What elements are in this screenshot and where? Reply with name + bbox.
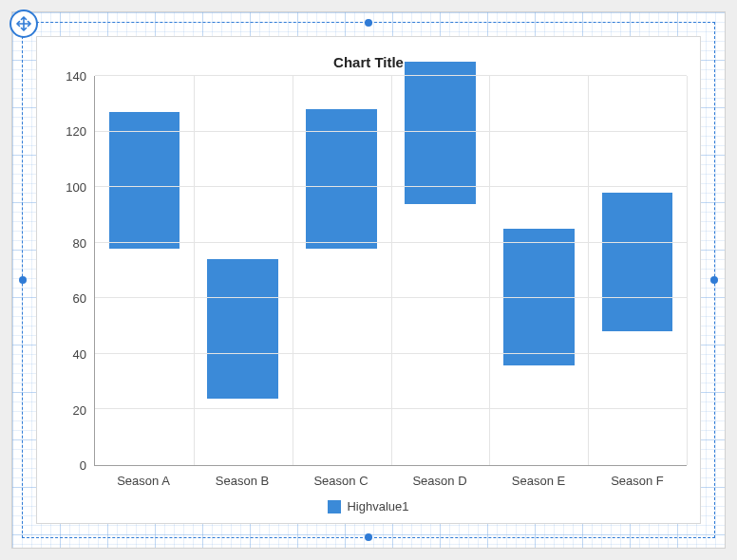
chart-object[interactable]: Chart Title 140120100806040200 Season AS…	[36, 36, 701, 524]
plot-area[interactable]	[94, 76, 687, 466]
x-label: Season E	[489, 466, 588, 488]
bar[interactable]	[207, 259, 278, 398]
gridline-v	[194, 76, 195, 465]
x-label: Season D	[390, 466, 489, 488]
gridline-v	[588, 76, 589, 465]
resize-handle-e[interactable]	[710, 276, 718, 284]
legend-series-label: Highvalue1	[347, 499, 408, 513]
y-axis: 140120100806040200	[50, 76, 94, 466]
move-handle[interactable]	[9, 9, 38, 38]
bar-slot	[293, 76, 391, 465]
gridline-v	[391, 76, 392, 465]
bar-slot	[588, 76, 687, 465]
design-canvas[interactable]: Chart Title 140120100806040200 Season AS…	[11, 11, 726, 549]
bar-slot	[390, 76, 489, 465]
gridline-v	[687, 76, 688, 465]
bar[interactable]	[405, 62, 476, 203]
legend-swatch	[328, 500, 341, 513]
design-surface: Chart Title 140120100806040200 Season AS…	[0, 0, 737, 560]
resize-handle-n[interactable]	[365, 19, 372, 27]
x-label: Season B	[193, 466, 292, 488]
x-label: Season C	[292, 466, 390, 488]
resize-handle-w[interactable]	[19, 276, 27, 284]
x-axis: Season ASeason BSeason CSeason DSeason E…	[94, 466, 687, 488]
chart-title[interactable]: Chart Title	[50, 54, 687, 70]
bar[interactable]	[109, 112, 180, 249]
gridline-v	[293, 76, 293, 465]
bar-slot	[489, 76, 588, 465]
bar-slot	[194, 76, 293, 465]
gridline-v	[489, 76, 490, 465]
resize-handle-s[interactable]	[365, 533, 372, 541]
x-label: Season A	[94, 466, 193, 488]
move-icon	[16, 16, 31, 31]
plot-wrap: 140120100806040200	[50, 76, 687, 466]
x-label: Season F	[588, 466, 687, 488]
legend[interactable]: Highvalue1	[50, 488, 687, 513]
bar[interactable]	[602, 193, 673, 331]
bar-slot	[95, 76, 194, 465]
